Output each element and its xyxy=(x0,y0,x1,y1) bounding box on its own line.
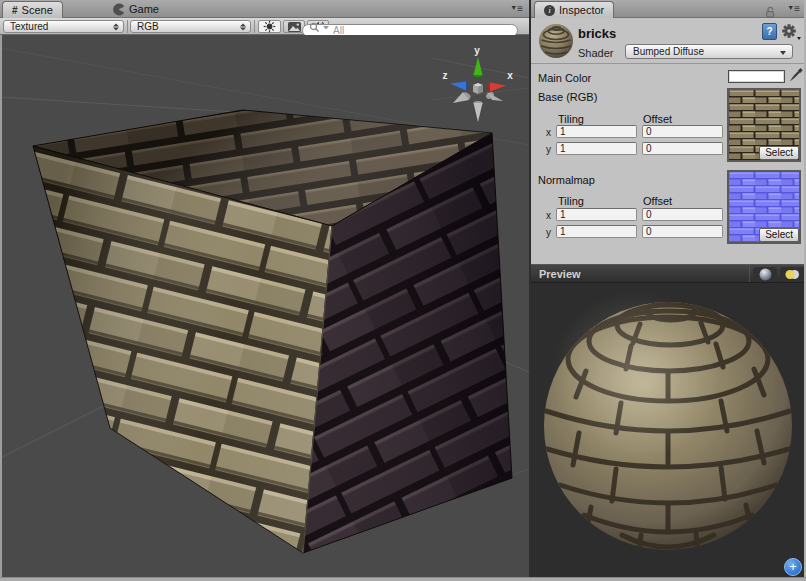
stepper-icon xyxy=(113,23,119,30)
info-icon: i xyxy=(544,5,555,16)
normalmap-offset-label: Offset xyxy=(643,195,672,207)
base-select-button[interactable]: Select xyxy=(759,146,799,160)
material-ball-thumbnail xyxy=(538,23,574,59)
toolbar-separator xyxy=(254,20,255,33)
base-texture-thumbnail[interactable]: Select xyxy=(727,88,801,162)
gizmo-z-label: z xyxy=(443,70,448,81)
gizmo-y-label: y xyxy=(474,45,480,56)
tab-inspector-label: Inspector xyxy=(559,4,604,16)
tab-game-label: Game xyxy=(129,3,159,15)
preview-header-separator xyxy=(749,265,750,282)
image-icon xyxy=(287,21,302,33)
draw-mode-value: Textured xyxy=(10,21,48,32)
inspector-panel-menu-icon[interactable]: ▼≡ xyxy=(787,3,800,14)
gizmo-cube-icon xyxy=(473,83,483,94)
window-edge-left xyxy=(0,35,2,577)
sphere-icon xyxy=(759,268,772,281)
game-pacman-icon xyxy=(112,3,125,16)
scene-tabbar: # Scene Game ▼≡ xyxy=(0,0,529,18)
chevron-down-icon xyxy=(780,51,786,55)
lighting-toggle-button[interactable] xyxy=(258,20,281,33)
toolbar-separator xyxy=(127,20,128,33)
scene-grid-icon: # xyxy=(12,5,18,16)
gizmo-x-label: x xyxy=(507,70,513,81)
brick-cube[interactable] xyxy=(33,110,512,553)
gizmo-z-axis[interactable] xyxy=(450,82,468,91)
lights-icon xyxy=(784,268,801,281)
unity-editor-window: # Scene Game ▼≡ Textured RGB xyxy=(0,0,806,581)
shader-label: Shader xyxy=(578,47,613,59)
normalmap-offset-x-field[interactable] xyxy=(642,208,723,221)
inspector-tabbar: i Inspector ▼≡ xyxy=(531,0,806,18)
normalmap-tiling-x-field[interactable] xyxy=(556,208,637,221)
draw-mode-dropdown[interactable]: Textured xyxy=(3,20,124,33)
color-mode-dropdown[interactable]: RGB xyxy=(130,20,251,33)
base-tiling-label: Tiling xyxy=(558,113,584,125)
base-rgb-label: Base (RGB) xyxy=(538,91,597,103)
gizmo-negative-axes[interactable] xyxy=(453,91,503,122)
material-header: bricks Shader Bumped Diffuse ? xyxy=(531,18,806,64)
eyedropper-icon[interactable] xyxy=(787,66,803,86)
normalmap-texture-thumbnail[interactable]: Select xyxy=(727,170,801,244)
scene-search xyxy=(302,20,518,33)
normalmap-y-label: y xyxy=(546,227,551,238)
settings-menu[interactable] xyxy=(781,23,800,40)
gizmo-x-axis[interactable] xyxy=(488,83,506,92)
sun-icon xyxy=(263,20,276,33)
add-preview-button[interactable]: + xyxy=(784,558,802,576)
normalmap-tiling-y-field[interactable] xyxy=(556,225,637,238)
scene-toolbar: Textured RGB xyxy=(0,18,529,35)
normalmap-label: Normalmap xyxy=(538,174,595,186)
material-preview[interactable]: + xyxy=(531,283,806,577)
stepper-icon xyxy=(240,23,246,30)
shader-value: Bumped Diffuse xyxy=(633,46,704,57)
base-offset-x-field[interactable] xyxy=(642,125,723,138)
preview-lighting-button[interactable] xyxy=(780,267,805,282)
main-color-swatch[interactable] xyxy=(728,70,785,83)
tab-scene-label: Scene xyxy=(22,4,53,16)
preview-mesh-button[interactable] xyxy=(753,267,777,282)
panel-divider[interactable] xyxy=(529,0,531,577)
scene-panel-menu-icon[interactable]: ▼≡ xyxy=(510,3,523,14)
material-properties: Main Color Base (RGB) xyxy=(531,64,806,264)
help-icon[interactable]: ? xyxy=(762,23,777,40)
scene-viewport[interactable]: y x z xyxy=(0,35,529,577)
scene-gizmo[interactable]: y x z xyxy=(443,45,514,122)
preview-sphere xyxy=(531,283,806,577)
base-offset-y-field[interactable] xyxy=(642,142,723,155)
material-name: bricks xyxy=(578,26,616,41)
window-edge-bottom xyxy=(0,577,806,581)
preview-title: Preview xyxy=(539,268,581,280)
base-tiling-y-field[interactable] xyxy=(556,142,637,155)
normalmap-x-label: x xyxy=(546,210,551,221)
preview-header[interactable]: Preview xyxy=(531,264,806,283)
base-y-label: y xyxy=(546,144,551,155)
normalmap-tiling-label: Tiling xyxy=(558,195,584,207)
tab-inspector[interactable]: i Inspector xyxy=(534,1,614,18)
normalmap-offset-y-field[interactable] xyxy=(642,225,723,238)
base-offset-label: Offset xyxy=(643,113,672,125)
shader-dropdown[interactable]: Bumped Diffuse xyxy=(625,44,793,59)
normalmap-select-button[interactable]: Select xyxy=(759,228,799,242)
tab-game[interactable]: Game xyxy=(103,0,168,18)
gear-icon xyxy=(781,23,797,39)
color-mode-value: RGB xyxy=(137,21,159,32)
base-x-label: x xyxy=(546,127,551,138)
base-tiling-x-field[interactable] xyxy=(556,125,637,138)
main-color-label: Main Color xyxy=(538,72,591,84)
tab-scene[interactable]: # Scene xyxy=(2,1,63,18)
